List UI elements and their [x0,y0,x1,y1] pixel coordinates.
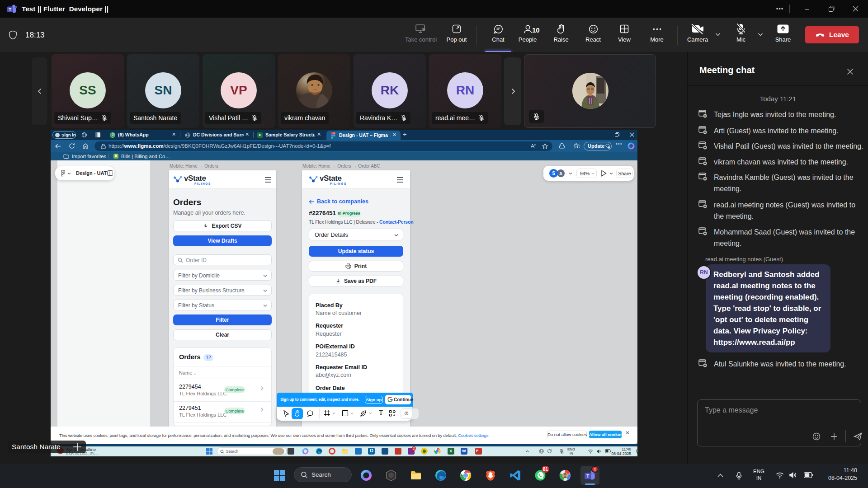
svg-text:T: T [9,7,11,12]
svg-text:T: T [586,473,590,479]
